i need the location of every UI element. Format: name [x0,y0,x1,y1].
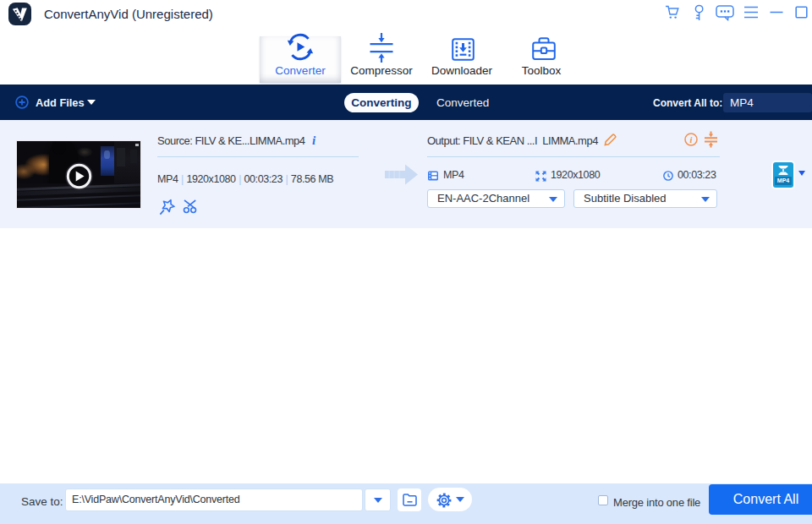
svg-text:i: i [690,135,693,145]
